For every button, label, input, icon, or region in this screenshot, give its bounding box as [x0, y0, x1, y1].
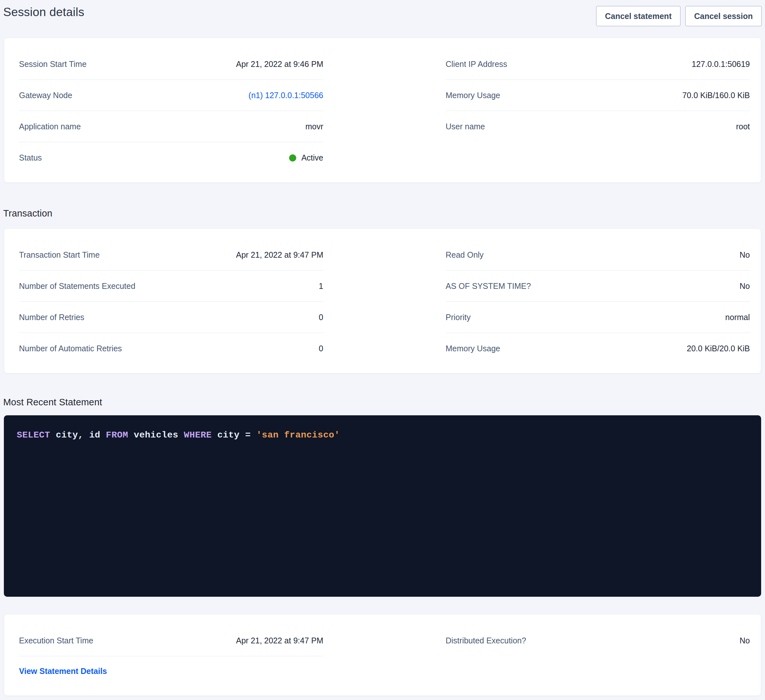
session-details-page: Session details Cancel statement Cancel …: [0, 0, 765, 700]
transaction-memory-usage-label: Memory Usage: [445, 344, 501, 353]
status-active-dot-icon: [289, 154, 296, 162]
gateway-node-label: Gateway Node: [19, 91, 72, 100]
execution-card: Execution Start Time Apr 21, 2022 at 9:4…: [4, 614, 761, 696]
distributed-execution-label: Distributed Execution?: [445, 636, 526, 645]
sql-statement: SELECT city, id FROM vehicles WHERE city…: [17, 430, 340, 440]
session-start-time-label: Session Start Time: [19, 60, 87, 69]
execution-start-time-value: Apr 21, 2022 at 9:47 PM: [236, 636, 323, 645]
session-summary-left-column: Session Start Time Apr 21, 2022 at 9:46 …: [19, 49, 323, 173]
client-ip-label: Client IP Address: [445, 60, 507, 69]
statement-section-heading: Most Recent Statement: [3, 397, 762, 408]
statements-executed-label: Number of Statements Executed: [19, 281, 135, 291]
session-summary-grid: Session Start Time Apr 21, 2022 at 9:46 …: [4, 38, 761, 182]
session-memory-usage-value: 70.0 KiB/160.0 KiB: [682, 91, 750, 100]
cancel-session-button[interactable]: Cancel session: [685, 6, 762, 27]
execution-right-column: Distributed Execution? No: [445, 625, 750, 686]
sql-keyword-token: SELECT: [17, 430, 50, 440]
as-of-system-time-label: AS OF SYSTEM TIME?: [445, 281, 531, 291]
number-of-retries-value: 0: [319, 313, 323, 322]
transaction-card: Transaction Start Time Apr 21, 2022 at 9…: [4, 228, 761, 374]
number-of-retries-row: Number of Retries 0: [19, 302, 323, 333]
header-actions: Cancel statement Cancel session: [596, 5, 762, 27]
gateway-node-link[interactable]: (n1) 127.0.0.1:50566: [249, 91, 323, 100]
status-text: Active: [301, 153, 323, 162]
session-memory-usage-label: Memory Usage: [445, 91, 501, 100]
priority-row: Priority normal: [445, 302, 750, 333]
session-memory-usage-row: Memory Usage 70.0 KiB/160.0 KiB: [445, 80, 750, 111]
read-only-value: No: [740, 250, 750, 260]
priority-value: normal: [726, 313, 750, 322]
status-value: Active: [289, 153, 323, 162]
number-of-retries-label: Number of Retries: [19, 313, 84, 322]
session-start-time-value: Apr 21, 2022 at 9:46 PM: [236, 60, 323, 69]
execution-left-column: Execution Start Time Apr 21, 2022 at 9:4…: [19, 625, 323, 686]
sql-string-token: 'san francisco': [256, 430, 340, 440]
user-name-row: User name root: [445, 111, 750, 142]
session-start-time-row: Session Start Time Apr 21, 2022 at 9:46 …: [19, 49, 323, 80]
transaction-start-time-row: Transaction Start Time Apr 21, 2022 at 9…: [19, 239, 323, 270]
application-name-row: Application name movr: [19, 111, 323, 142]
gateway-node-row: Gateway Node (n1) 127.0.0.1:50566: [19, 80, 323, 111]
read-only-label: Read Only: [445, 250, 483, 260]
session-summary-right-column: Client IP Address 127.0.0.1:50619 Memory…: [445, 49, 750, 173]
transaction-left-column: Transaction Start Time Apr 21, 2022 at 9…: [19, 239, 323, 364]
client-ip-row: Client IP Address 127.0.0.1:50619: [445, 49, 750, 80]
transaction-start-time-label: Transaction Start Time: [19, 250, 100, 260]
session-summary-card: Session Start Time Apr 21, 2022 at 9:46 …: [4, 38, 761, 183]
status-row: Status Active: [19, 142, 323, 173]
page-title: Session details: [3, 5, 84, 20]
sql-keyword-token: FROM: [106, 430, 128, 440]
view-statement-details-row: View Statement Details: [19, 656, 323, 686]
distributed-execution-row: Distributed Execution? No: [445, 625, 750, 656]
transaction-memory-usage-value: 20.0 KiB/20.0 KiB: [687, 344, 750, 353]
sql-plain-token: vehicles: [128, 430, 184, 440]
statements-executed-row: Number of Statements Executed 1: [19, 270, 323, 302]
execution-start-time-row: Execution Start Time Apr 21, 2022 at 9:4…: [19, 625, 323, 656]
user-name-value: root: [736, 122, 750, 131]
transaction-grid: Transaction Start Time Apr 21, 2022 at 9…: [4, 229, 761, 373]
as-of-system-time-value: No: [740, 281, 750, 291]
automatic-retries-value: 0: [319, 344, 323, 353]
sql-statement-box: SELECT city, id FROM vehicles WHERE city…: [4, 415, 761, 597]
distributed-execution-value: No: [740, 636, 750, 645]
statements-executed-value: 1: [319, 281, 323, 291]
transaction-section-heading: Transaction: [3, 208, 762, 219]
page-header: Session details Cancel statement Cancel …: [0, 0, 765, 27]
sql-plain-token: city, id: [50, 430, 106, 440]
execution-start-time-label: Execution Start Time: [19, 636, 93, 645]
automatic-retries-row: Number of Automatic Retries 0: [19, 333, 323, 364]
priority-label: Priority: [445, 313, 471, 322]
user-name-label: User name: [445, 122, 485, 131]
status-label: Status: [19, 153, 42, 162]
sql-keyword-token: WHERE: [184, 430, 212, 440]
sql-plain-token: city =: [212, 430, 256, 440]
as-of-system-time-row: AS OF SYSTEM TIME? No: [445, 270, 750, 302]
view-statement-details-link[interactable]: View Statement Details: [19, 667, 107, 676]
transaction-start-time-value: Apr 21, 2022 at 9:47 PM: [236, 250, 323, 260]
transaction-right-column: Read Only No AS OF SYSTEM TIME? No Prior…: [445, 239, 750, 364]
cancel-statement-button[interactable]: Cancel statement: [596, 6, 681, 27]
client-ip-value: 127.0.0.1:50619: [692, 60, 750, 69]
application-name-value: movr: [305, 122, 323, 131]
application-name-label: Application name: [19, 122, 81, 131]
transaction-memory-usage-row: Memory Usage 20.0 KiB/20.0 KiB: [445, 333, 750, 364]
automatic-retries-label: Number of Automatic Retries: [19, 344, 122, 353]
read-only-row: Read Only No: [445, 239, 750, 270]
execution-grid: Execution Start Time Apr 21, 2022 at 9:4…: [4, 614, 761, 695]
